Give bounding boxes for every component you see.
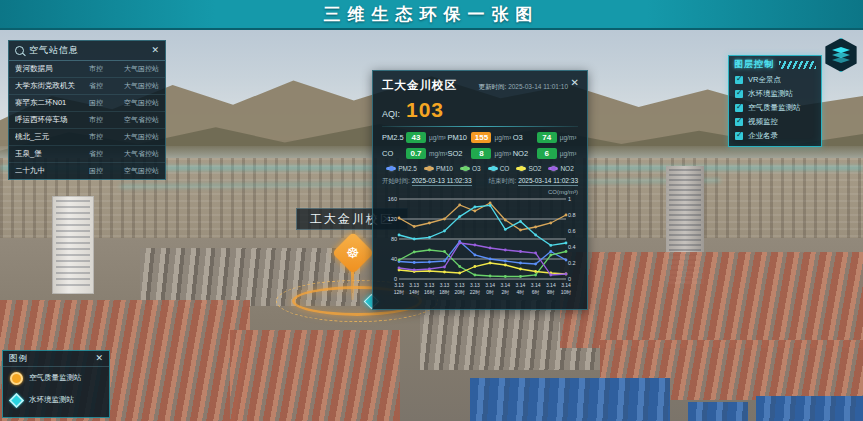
pollutant-value-badge: 8	[471, 148, 491, 159]
svg-text:80: 80	[391, 236, 397, 242]
svg-text:6时: 6时	[532, 289, 540, 295]
water-station-legend-icon	[9, 392, 24, 407]
close-icon[interactable]: ✕	[571, 77, 579, 88]
chart-legend-item[interactable]: PM10	[424, 165, 453, 172]
pollutant-value-badge: 74	[537, 132, 557, 143]
svg-text:14时: 14时	[409, 289, 420, 295]
legend-item: 水环境监测站	[3, 389, 109, 411]
station-name: 呼运西环停车场	[15, 115, 89, 125]
update-time-label: 更新时间:	[479, 83, 507, 90]
svg-text:3.13: 3.13	[424, 282, 434, 288]
legend-rows: 空气质量监测站 水环境监测站	[3, 367, 109, 411]
series-name: SO2	[528, 165, 541, 172]
start-time: 开始时间: 2025-03-13 11:02:33	[382, 177, 472, 186]
legend-item: 空气质量监测站	[3, 367, 109, 389]
svg-text:4时: 4时	[517, 289, 525, 295]
close-icon[interactable]: ✕	[95, 354, 103, 363]
legend-item-label: 空气质量监测站	[29, 373, 82, 383]
layers-icon	[832, 47, 850, 63]
svg-text:22时: 22时	[470, 289, 481, 295]
svg-text:3.14: 3.14	[546, 282, 556, 288]
end-time-input[interactable]: 2025-03-14 11:02:33	[518, 177, 578, 186]
station-type: 大气国控站	[111, 64, 159, 74]
layer-item[interactable]: 空气质量监测站	[729, 101, 821, 115]
stripes-decoration	[779, 61, 816, 69]
checkbox-checked-icon[interactable]	[735, 104, 743, 112]
layer-item[interactable]: VR全景点	[729, 73, 821, 87]
search-icon[interactable]	[15, 46, 24, 55]
pollutant-cell: NO2 6 µg/m³	[513, 148, 578, 159]
svg-text:12时: 12时	[394, 289, 405, 295]
station-row[interactable]: 赛罕东二环N01 国控 空气国控站	[9, 95, 165, 112]
pollutant-label: PM10	[447, 133, 471, 142]
layer-item-label: 企业名录	[748, 131, 778, 141]
svg-text:0.6: 0.6	[568, 228, 576, 234]
series-name: NO2	[560, 165, 573, 172]
pollutant-grid: PM2.5 43 µg/m³ PM10 155 µg/m³ O3 74 µg/m…	[382, 132, 578, 159]
station-row[interactable]: 呼运西环停车场 市控 空气省控站	[9, 112, 165, 129]
legend-panel-header: 图例 ✕	[3, 351, 109, 367]
station-type: 空气国控站	[111, 98, 159, 108]
legend-item-label: 水环境监测站	[29, 395, 74, 405]
page-title: 三维生态环保一张图	[324, 3, 540, 26]
station-type: 大气国控站	[111, 81, 159, 91]
checkbox-checked-icon[interactable]	[735, 90, 743, 98]
checkbox-checked-icon[interactable]	[735, 76, 743, 84]
chart-legend-item[interactable]: CO	[488, 165, 510, 172]
station-row[interactable]: 二十九中 国控 空气国控站	[9, 163, 165, 180]
aqi-label: AQI:	[382, 109, 400, 119]
building-tower	[52, 196, 94, 294]
station-level: 国控	[89, 166, 111, 176]
pollutant-cell: O3 74 µg/m³	[513, 132, 578, 143]
warehouse-cluster	[470, 378, 670, 421]
svg-text:0.2: 0.2	[568, 260, 576, 266]
station-level: 市控	[89, 132, 111, 142]
svg-text:3.14: 3.14	[531, 282, 541, 288]
pollutant-unit: µg/m³	[494, 150, 511, 157]
series-name: PM2.5	[398, 165, 417, 172]
layer-item[interactable]: 企业名录	[729, 129, 821, 143]
station-name: 赛罕东二环N01	[15, 98, 89, 108]
station-type: 大气省控站	[111, 149, 159, 159]
station-row[interactable]: 桃北_三元 市控 大气国控站	[9, 129, 165, 146]
series-swatch-icon	[548, 167, 558, 170]
layer-panel-header: 图层控制	[729, 56, 821, 73]
aqi-value: 103	[406, 98, 444, 122]
pollutant-value-badge: 43	[406, 132, 426, 143]
app-window: ☸ 工大金川校区 三维生态环保一张图 空气站信息 ✕ 黄河数据局 市控 大气国控…	[0, 0, 863, 421]
series-swatch-icon	[424, 167, 434, 170]
chart-legend-item[interactable]: NO2	[548, 165, 573, 172]
station-level: 省控	[89, 81, 111, 91]
svg-text:2时: 2时	[501, 289, 509, 295]
divider	[382, 126, 578, 127]
checkbox-checked-icon[interactable]	[735, 132, 743, 140]
chart-legend-item[interactable]: O3	[460, 165, 481, 172]
svg-text:18时: 18时	[439, 289, 450, 295]
station-list-panel: 空气站信息 ✕ 黄河数据局 市控 大气国控站 大学东街党政机关 省控 大气国控站…	[8, 40, 166, 180]
close-icon[interactable]: ✕	[151, 46, 159, 55]
station-row[interactable]: 黄河数据局 市控 大气国控站	[9, 61, 165, 78]
checkbox-checked-icon[interactable]	[735, 118, 743, 126]
warehouse-cluster	[756, 396, 863, 421]
station-name: 大学东街党政机关	[15, 81, 89, 91]
station-row[interactable]: 大学东街党政机关 省控 大气国控站	[9, 78, 165, 95]
pollutant-chart[interactable]: 0408012016000.20.40.60.813.1312时3.1314时3…	[382, 195, 580, 299]
pollutant-unit: µg/m³	[560, 150, 577, 157]
layer-item[interactable]: 水环境监测站	[729, 87, 821, 101]
chart-legend-item[interactable]: PM2.5	[386, 165, 417, 172]
station-row[interactable]: 玉泉_堡 省控 大气省控站	[9, 146, 165, 163]
chart-legend-item[interactable]: SO2	[516, 165, 541, 172]
series-name: O3	[472, 165, 481, 172]
pollutant-cell: SO2 8 µg/m³	[447, 148, 512, 159]
svg-text:8时: 8时	[547, 289, 555, 295]
series-swatch-icon	[488, 167, 498, 170]
chart-area: 0408012016000.20.40.60.813.1312时3.1314时3…	[382, 195, 578, 303]
svg-text:160: 160	[388, 196, 397, 202]
layer-rows: VR全景点 水环境监测站 空气质量监测站 视频监控 企业名录	[729, 73, 821, 143]
end-time-label: 结束时间:	[489, 177, 517, 184]
update-time-value: 2025-03-14 11:01:10	[508, 83, 568, 90]
building-cluster	[230, 330, 400, 421]
start-time-input[interactable]: 2025-03-13 11:02:33	[412, 177, 472, 186]
svg-text:3.13: 3.13	[394, 282, 404, 288]
layer-item[interactable]: 视频监控	[729, 115, 821, 129]
